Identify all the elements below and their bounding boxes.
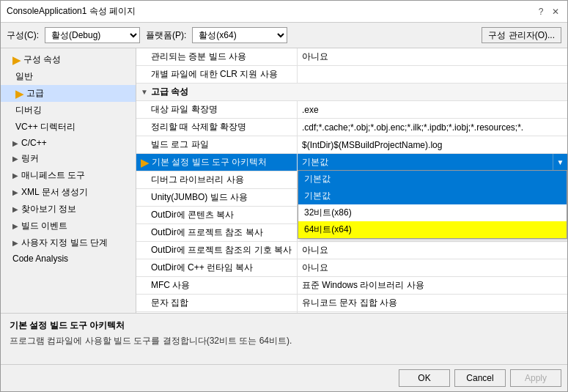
prop-name: 디버그 라이브러리 사용 <box>136 171 298 188</box>
prop-name: OutDir에 C++ 런타임 복사 <box>136 259 298 276</box>
title-bar: ConsoleApplication1 속성 페이지 ? ✕ <box>1 1 567 23</box>
prop-value: $(IntDir)$(MSBuildProjectName).log <box>298 136 567 153</box>
prop-name: Unity(JUMBO) 빌드 사용 <box>136 189 298 206</box>
sidebar: ▶ 구성 속성 일반 ▶ 고급 디버깅 VC++ 디렉터리 ▶ C/C++ ▶ <box>1 48 136 313</box>
prop-value: .cdf;*.cache;*.obj;*.obj.enc;*.ilk;*.ipd… <box>298 119 567 136</box>
sidebar-item-manifest[interactable]: ▶ 매니페스트 도구 <box>1 167 136 184</box>
cancel-button[interactable]: Cancel <box>454 369 506 387</box>
property-description: 기본 설정 빌드 도구 아키텍처 프로그램 컴파일에 사용할 빌드 도구를 결정… <box>1 313 567 364</box>
prop-name: OutDir에 프로젝트 참조의 기호 복사 <box>136 242 298 259</box>
prop-row-charset[interactable]: 문자 집합 유니코드 문자 집합 사용 <box>136 295 567 312</box>
prop-row-outdir-sym[interactable]: OutDir에 프로젝트 참조의 기호 복사 아니요 <box>136 242 567 259</box>
dropdown-arrow-icon[interactable]: ▼ <box>557 158 564 166</box>
row-arrow-icon: ▶ <box>141 157 149 169</box>
content-area: 관리되는 증분 빌드 사용 아니요 개별 파일에 대한 CLR 지원 사용 ▼ … <box>136 48 567 313</box>
properties-dialog: ConsoleApplication1 속성 페이지 ? ✕ 구성(C): 활성… <box>0 0 568 392</box>
ok-button[interactable]: OK <box>399 369 450 387</box>
prop-value: 표준 Windows 라이브러리 사용 <box>298 277 567 294</box>
platform-select[interactable]: 활성(x64) <box>192 27 287 43</box>
prop-row-clean-ext[interactable]: 정리할 때 삭제할 확장명 .cdf;*.cache;*.obj;*.obj.e… <box>136 119 567 136</box>
sidebar-item-label: 매니페스트 도구 <box>21 169 85 182</box>
dropdown-option-default2[interactable]: 기본값 <box>298 188 567 204</box>
prop-value: 아니요 <box>298 242 567 259</box>
sidebar-item-linker[interactable]: ▶ 링커 <box>1 150 136 167</box>
prop-value <box>298 66 567 83</box>
main-content: ▶ 구성 속성 일반 ▶ 고급 디버깅 VC++ 디렉터리 ▶ C/C++ ▶ <box>1 48 567 313</box>
dialog-title: ConsoleApplication1 속성 페이지 <box>7 5 136 18</box>
prop-name: 개별 파일에 대한 CLR 지원 사용 <box>136 66 298 83</box>
prop-value: 전체 프로그램 최적화 안 함 <box>298 312 567 313</box>
sidebar-item-label: 디버깅 <box>15 104 42 117</box>
prop-row-managed-build[interactable]: 관리되는 증분 빌드 사용 아니요 <box>136 48 567 66</box>
prop-name: 관리되는 증분 빌드 사용 <box>136 48 298 65</box>
prop-name: 정리할 때 삭제할 확장명 <box>136 119 298 136</box>
dropdown-option-32bit[interactable]: 32비트(x86) <box>298 204 567 221</box>
config-bar: 구성(C): 활성(Debug) 플랫폼(P): 활성(x64) 구성 관리자(… <box>1 23 567 48</box>
sidebar-item-label: VC++ 디렉터리 <box>15 121 75 133</box>
expand-icon: ▶ <box>12 188 18 196</box>
sidebar-item-xml[interactable]: ▶ XML 문서 생성기 <box>1 184 136 201</box>
sidebar-item-custom-build[interactable]: ▶ 사용자 지정 빌드 단계 <box>1 234 136 251</box>
sidebar-item-label: 링커 <box>21 152 39 165</box>
arrow-icon: ▶ <box>15 88 23 100</box>
prop-value: 아니요 <box>298 259 567 276</box>
expand-icon: ▶ <box>12 222 18 230</box>
prop-name: 대상 파일 확장명 <box>136 101 298 118</box>
prop-value: 유니코드 문자 집합 사용 <box>298 295 567 311</box>
section-header-advanced: ▼ 고급 속성 <box>136 84 567 101</box>
sidebar-item-label: XML 문서 생성기 <box>21 186 88 199</box>
prop-name: 문자 집합 <box>136 295 298 311</box>
section-collapse-icon[interactable]: ▼ <box>141 88 148 96</box>
section-title: 고급 속성 <box>151 86 188 98</box>
config-select[interactable]: 활성(Debug) <box>45 27 140 43</box>
sidebar-item-props[interactable]: ▶ 구성 속성 <box>1 51 136 68</box>
prop-row-build-log[interactable]: 빌드 로그 파일 $(IntDir)$(MSBuildProjectName).… <box>136 136 567 154</box>
close-button[interactable]: ✕ <box>550 6 561 18</box>
sidebar-item-label: 일반 <box>15 70 33 83</box>
sidebar-item-general[interactable]: 일반 <box>1 68 136 85</box>
sidebar-item-label: Code Analysis <box>12 254 68 264</box>
prop-row-clr[interactable]: 개별 파일에 대한 CLR 지원 사용 <box>136 66 567 84</box>
expand-icon: ▶ <box>12 171 18 180</box>
sidebar-item-label: 구성 속성 <box>23 53 61 66</box>
prop-name: 빌드 로그 파일 <box>136 136 298 153</box>
prop-value: .exe <box>298 101 567 118</box>
prop-name: ▶ 기본 설정 빌드 도구 아키텍처 <box>136 154 298 171</box>
prop-name: OutDir에 프로젝트 참조 복사 <box>136 224 298 241</box>
sidebar-item-label: 빌드 이벤트 <box>21 220 67 232</box>
prop-row-arch[interactable]: ▶ 기본 설정 빌드 도구 아키텍처 기본값 ▼ 기본값 기본값 32비트(x8… <box>136 154 567 171</box>
expand-icon: ▶ <box>12 239 18 247</box>
help-button[interactable]: ? <box>535 6 547 18</box>
description-title: 기본 설정 빌드 도구 아키텍처 <box>10 319 558 332</box>
sidebar-item-label: C/C++ <box>21 138 47 148</box>
config-manager-button[interactable]: 구성 관리자(O)... <box>482 27 561 43</box>
prop-value: 기본값 ▼ 기본값 기본값 32비트(x86) 64비트(x64) <box>298 154 567 171</box>
platform-label: 플랫폼(P): <box>146 29 186 42</box>
prop-name: MFC 사용 <box>136 277 298 294</box>
sidebar-item-build-events[interactable]: ▶ 빌드 이벤트 <box>1 218 136 234</box>
sidebar-item-browse[interactable]: ▶ 찾아보기 정보 <box>1 201 136 218</box>
expand-icon: ▶ <box>12 205 18 213</box>
sidebar-item-advanced[interactable]: ▶ 고급 <box>1 85 136 102</box>
expand-icon: ▶ <box>12 139 18 147</box>
arrow-icon: ▶ <box>12 54 21 66</box>
config-label: 구성(C): <box>7 29 39 42</box>
footer-buttons: OK Cancel Apply <box>1 364 567 391</box>
sidebar-item-cpp[interactable]: ▶ C/C++ <box>1 136 136 150</box>
prop-value: 아니요 <box>298 48 567 65</box>
sidebar-item-debug[interactable]: 디버깅 <box>1 102 136 119</box>
sidebar-item-code-analysis[interactable]: Code Analysis <box>1 251 136 266</box>
sidebar-item-label: 찾아보기 정보 <box>21 203 76 215</box>
dropdown-option-default1[interactable]: 기본값 <box>298 171 567 188</box>
prop-row-ext[interactable]: 대상 파일 확장명 .exe <box>136 101 567 119</box>
expand-icon: ▶ <box>12 155 18 163</box>
description-text: 프로그램 컴파일에 사용할 빌드 도구를 결정합니다(32비트 또는 64비트)… <box>10 335 558 347</box>
apply-button[interactable]: Apply <box>510 369 561 387</box>
dropdown-option-64bit[interactable]: 64비트(x64) <box>298 221 567 238</box>
prop-row-mfc[interactable]: MFC 사용 표준 Windows 라이브러리 사용 <box>136 277 567 295</box>
prop-row-outdir-runtime[interactable]: OutDir에 C++ 런타임 복사 아니요 <box>136 259 567 277</box>
sidebar-item-label: 고급 <box>26 87 44 100</box>
dropdown-list[interactable]: 기본값 기본값 32비트(x86) 64비트(x64) <box>298 170 567 239</box>
sidebar-item-vc-dirs[interactable]: VC++ 디렉터리 <box>1 119 136 136</box>
sidebar-item-label: 사용자 지정 빌드 단계 <box>21 237 108 249</box>
